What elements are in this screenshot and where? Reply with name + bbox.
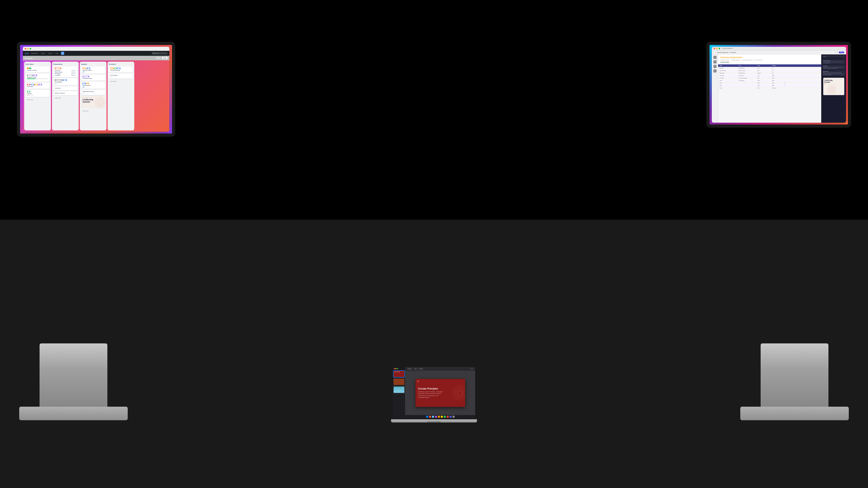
table-row[interactable]: Brett Yale Head of Studio Host Full: [718, 67, 821, 69]
td-name: Guest: [719, 85, 738, 86]
traffic-light-close[interactable]: [25, 48, 26, 50]
table-row[interactable]: Guest Guest Venue ✎ ✗: [718, 84, 821, 87]
dock-spotlight-icon[interactable]: [429, 416, 431, 418]
add-card-promotion[interactable]: + Add a card: [109, 80, 133, 83]
laptop-tl-minimize[interactable]: [395, 368, 397, 369]
card-schedule[interactable]: ████████ Doors Open 9:15 a.m. Welcome Sp…: [53, 66, 77, 77]
card-catering-icons: 📅 10 Dec 📎: [27, 95, 48, 96]
toolbar-back-icon[interactable]: ‹: [714, 52, 714, 53]
nav-recent[interactable]: Recent: [40, 52, 46, 55]
add-card-event-space[interactable]: + Add a card: [26, 98, 50, 101]
create-button[interactable]: +: [61, 52, 64, 55]
nav-more[interactable]: More: [55, 52, 59, 55]
dock-notes-icon[interactable]: [441, 416, 443, 418]
share-button[interactable]: Share: [162, 57, 167, 59]
traffic-light-minimize[interactable]: [27, 48, 29, 50]
table-row[interactable]: Guest Guest Guest ✎ ✗: [718, 82, 821, 84]
td-title: [739, 83, 756, 84]
msg-text-3: All good - Jasmine confirmed everything …: [823, 72, 844, 75]
list-event-space-menu[interactable]: ···: [48, 63, 50, 65]
card-breakout[interactable]: Breakout sessions: [53, 91, 77, 95]
dock-trello-icon[interactable]: [450, 416, 452, 418]
card-full-schedule[interactable]: ██████████ ████ Full schedule 💬 2 📎 7: [53, 78, 77, 86]
sidebar-home-icon[interactable]: [713, 56, 717, 59]
message-item-2[interactable]: Brett Yale The email is looking to conne…: [822, 65, 845, 70]
card-location-scouting[interactable]: ● ● Location scouting: [26, 66, 50, 72]
card-catering[interactable]: ███ Catering 📅 10 Dec 📎: [26, 90, 50, 97]
card-full-schedule-icons: 💬 2 📎 7: [55, 83, 76, 84]
card-wardrobe-title: Wardrobe styling: [83, 78, 104, 79]
board-star-icon[interactable]: ☆: [35, 57, 35, 59]
add-card-programming[interactable]: + Add a card: [53, 97, 77, 99]
table-row[interactable]: Tina Smith VP of Communication Host Pane…: [718, 77, 821, 79]
panel-summit-card[interactable]: You're invited LeadershipSummit Q1: [823, 78, 844, 95]
table-row[interactable]: Jasmine Garcia Head of Creative Host Ful…: [718, 69, 821, 72]
dock-safari-icon[interactable]: [438, 416, 440, 418]
right-tl-minimize[interactable]: [716, 48, 718, 49]
right-tl-close[interactable]: [714, 48, 715, 49]
right-monitor-base: [740, 407, 849, 420]
keynote-text-btn[interactable]: Text: [414, 368, 417, 369]
panel-search-input[interactable]: Search: [822, 55, 845, 57]
card-wardrobe-tag: ████████: [83, 76, 89, 77]
slide-thumb-3[interactable]: 04: [393, 386, 405, 394]
toolbar-search-icon[interactable]: 🔍: [837, 52, 838, 53]
card-invite-graphic[interactable]: Invite graphic 📎 7: [109, 73, 133, 78]
toolbar-forward-icon[interactable]: ›: [715, 52, 716, 53]
table-row[interactable]: Mayuri Patel VP of Marketing Speaker Ful…: [718, 72, 821, 74]
nav-starred[interactable]: Starred: [47, 52, 53, 55]
registration-toolbar: ‹ › Employee Registration > 11 Attendees…: [712, 51, 846, 55]
th-access: ACCESS: [772, 65, 783, 66]
add-card-speakers[interactable]: + Add a card: [81, 109, 105, 112]
share-btn[interactable]: Share: [839, 52, 844, 53]
dock-keynote-icon[interactable]: [435, 416, 437, 418]
td-access: Full: [772, 72, 783, 74]
dock-facetime-icon[interactable]: [444, 416, 446, 418]
dock-finder-icon[interactable]: [426, 416, 428, 418]
keynote-saving-btn: Saving...: [407, 368, 412, 369]
msg-sender-2: Brett Yale: [823, 66, 844, 67]
table-row[interactable]: Scott Short VP of Finance Host Panel: [718, 74, 821, 77]
sidebar-pages-icon[interactable]: [713, 60, 717, 64]
sidebar-settings-icon[interactable]: [713, 69, 717, 72]
message-item-3[interactable]: Mayuri Patel All good - Jasmine confirme…: [822, 70, 845, 76]
card-decorations[interactable]: ███ ███ ████ ███ Decorations: [26, 83, 50, 89]
nav-workspaces[interactable]: Workspaces: [30, 52, 39, 55]
table-row[interactable]: Guest Host 13 Every…: [718, 87, 821, 89]
laptop-tl-close[interactable]: [394, 368, 395, 369]
list-programming-menu[interactable]: ···: [76, 63, 77, 65]
sidebar-media-icon[interactable]: [713, 65, 717, 68]
keynote-format-btn[interactable]: Format: [418, 368, 423, 369]
list-speakers-menu[interactable]: ···: [103, 63, 105, 65]
right-tl-maximize[interactable]: [719, 48, 720, 49]
card-special-guests[interactable]: ███ ██ Special guests 👤 4/6: [81, 82, 105, 89]
event-date-info: Event date: May 10: [754, 59, 762, 61]
card-wardrobe[interactable]: ████████ Wardrobe styling: [81, 74, 105, 80]
td-action[interactable]: ✎ ✗: [784, 83, 820, 84]
card-teleprompter[interactable]: Teleprompter testing ☑ 1: [81, 90, 105, 95]
card-blog-post[interactable]: ███ ██ ███ Internal blog post: [109, 66, 133, 72]
td-title: Head of Creative: [739, 70, 756, 71]
trello-search-box[interactable]: 🔍 Search: [152, 52, 167, 55]
laptop-tl-fullscreen[interactable]: [397, 368, 398, 369]
dock-messages-icon[interactable]: [432, 416, 434, 418]
td-access: Virtual: [772, 80, 783, 81]
slide-thumb-1[interactable]: Circular Principles: [393, 370, 405, 378]
card-speech-scripting[interactable]: ████ ███ Speech scripting 👤 2/5: [81, 66, 105, 74]
td-access: Venue: [772, 85, 783, 86]
td-action[interactable]: ✎ ✗: [784, 85, 820, 86]
traffic-light-maximize[interactable]: [30, 48, 31, 50]
card-activations[interactable]: Activations: [53, 86, 77, 90]
list-promotion-menu[interactable]: ···: [131, 63, 133, 65]
table-row[interactable]: Guest VP of Strategy Guest Virtual: [718, 79, 821, 82]
toolbar-edit-icon[interactable]: ✏: [835, 52, 836, 53]
keynote-play-btn[interactable]: ▶ Play: [471, 368, 473, 369]
message-item-1[interactable]: Jasmine Garcia Finalizing the slide deck…: [822, 59, 845, 64]
dock-calendar-icon[interactable]: [447, 416, 449, 418]
dock-settings-icon[interactable]: [453, 416, 455, 418]
filters-button[interactable]: Filters: [156, 57, 161, 59]
td-name: Guest: [719, 80, 738, 81]
card-leadership-summit[interactable]: You're invited LeadershipSummit: [81, 96, 105, 108]
card-equipment-rental[interactable]: ███████ ████ Equipment rental ☑ 2/5: [26, 73, 50, 82]
slide-thumb-2[interactable]: 03: [393, 378, 405, 386]
